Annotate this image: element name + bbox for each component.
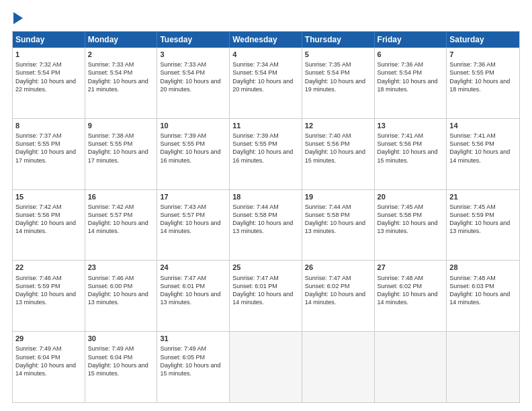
empty-cell [447,332,519,402]
day-info: Sunrise: 7:42 AMSunset: 5:57 PMDaylight:… [88,203,154,236]
day-number: 28 [449,263,517,272]
day-cell-6: 6Sunrise: 7:36 AMSunset: 5:54 PMDaylight… [375,48,447,118]
calendar-week-4: 22Sunrise: 7:46 AMSunset: 5:59 PMDayligh… [13,260,519,331]
day-info: Sunrise: 7:35 AMSunset: 5:54 PMDaylight:… [305,60,371,93]
day-info: Sunrise: 7:48 AMSunset: 6:02 PMDaylight:… [378,274,444,307]
day-cell-17: 17Sunrise: 7:43 AMSunset: 5:57 PMDayligh… [157,190,230,261]
day-number: 27 [378,263,444,272]
day-info: Sunrise: 7:49 AMSunset: 6:05 PMDaylight:… [160,345,226,377]
day-info: Sunrise: 7:46 AMSunset: 5:59 PMDaylight:… [15,274,82,307]
day-number: 11 [232,121,299,130]
day-info: Sunrise: 7:39 AMSunset: 5:55 PMDaylight:… [232,132,299,165]
header-day-saturday: Saturday [447,32,519,48]
day-cell-20: 20Sunrise: 7:45 AMSunset: 5:58 PMDayligh… [375,190,447,261]
day-number: 4 [232,50,299,59]
day-cell-7: 7Sunrise: 7:36 AMSunset: 5:55 PMDaylight… [447,48,519,118]
day-number: 31 [160,334,226,343]
day-cell-10: 10Sunrise: 7:39 AMSunset: 5:55 PMDayligh… [157,119,230,189]
day-info: Sunrise: 7:33 AMSunset: 5:54 PMDaylight:… [160,60,226,93]
day-cell-22: 22Sunrise: 7:46 AMSunset: 5:59 PMDayligh… [13,261,85,331]
calendar-week-2: 8Sunrise: 7:37 AMSunset: 5:55 PMDaylight… [13,118,519,189]
page-header [12,12,520,24]
empty-cell [230,332,302,402]
header-day-sunday: Sunday [13,32,85,48]
day-info: Sunrise: 7:44 AMSunset: 5:58 PMDaylight:… [232,203,299,236]
day-cell-27: 27Sunrise: 7:48 AMSunset: 6:02 PMDayligh… [375,261,447,331]
day-info: Sunrise: 7:33 AMSunset: 5:54 PMDaylight:… [88,60,154,93]
day-number: 21 [449,192,517,201]
day-info: Sunrise: 7:41 AMSunset: 5:56 PMDaylight:… [449,132,517,165]
day-cell-1: 1Sunrise: 7:32 AMSunset: 5:54 PMDaylight… [13,48,85,118]
day-number: 22 [15,263,82,272]
day-cell-25: 25Sunrise: 7:47 AMSunset: 6:01 PMDayligh… [230,261,302,331]
day-cell-11: 11Sunrise: 7:39 AMSunset: 5:55 PMDayligh… [230,119,302,189]
day-info: Sunrise: 7:47 AMSunset: 6:01 PMDaylight:… [232,274,299,307]
day-cell-4: 4Sunrise: 7:34 AMSunset: 5:54 PMDaylight… [230,48,302,118]
day-info: Sunrise: 7:47 AMSunset: 6:01 PMDaylight:… [160,274,226,307]
day-cell-18: 18Sunrise: 7:44 AMSunset: 5:58 PMDayligh… [230,190,302,261]
day-number: 29 [15,334,82,343]
day-cell-23: 23Sunrise: 7:46 AMSunset: 6:00 PMDayligh… [85,261,158,331]
day-info: Sunrise: 7:39 AMSunset: 5:55 PMDaylight:… [160,132,226,165]
day-number: 10 [160,121,226,130]
day-number: 3 [160,50,226,59]
day-number: 6 [378,50,444,59]
logo-arrow-icon [13,12,23,24]
day-cell-16: 16Sunrise: 7:42 AMSunset: 5:57 PMDayligh… [85,190,158,261]
day-cell-31: 31Sunrise: 7:49 AMSunset: 6:05 PMDayligh… [157,332,230,402]
day-number: 9 [88,121,154,130]
day-number: 8 [15,121,82,130]
header-day-thursday: Thursday [302,32,375,48]
day-number: 19 [305,192,371,201]
day-info: Sunrise: 7:49 AMSunset: 6:04 PMDaylight:… [15,345,82,377]
day-number: 12 [305,121,371,130]
day-number: 2 [88,50,154,59]
day-number: 26 [305,263,371,272]
day-info: Sunrise: 7:44 AMSunset: 5:58 PMDaylight:… [305,203,371,236]
calendar: SundayMondayTuesdayWednesdayThursdayFrid… [12,31,520,403]
day-info: Sunrise: 7:36 AMSunset: 5:54 PMDaylight:… [378,60,444,93]
day-cell-3: 3Sunrise: 7:33 AMSunset: 5:54 PMDaylight… [157,48,230,118]
day-number: 17 [160,192,226,201]
day-number: 30 [88,334,154,343]
day-cell-28: 28Sunrise: 7:48 AMSunset: 6:03 PMDayligh… [447,261,519,331]
day-cell-30: 30Sunrise: 7:49 AMSunset: 6:04 PMDayligh… [85,332,158,402]
day-info: Sunrise: 7:36 AMSunset: 5:55 PMDaylight:… [449,60,517,93]
day-number: 23 [88,263,154,272]
day-cell-15: 15Sunrise: 7:42 AMSunset: 5:56 PMDayligh… [13,190,85,261]
logo [12,12,23,24]
day-info: Sunrise: 7:41 AMSunset: 5:56 PMDaylight:… [378,132,444,165]
day-cell-2: 2Sunrise: 7:33 AMSunset: 5:54 PMDaylight… [85,48,158,118]
day-cell-8: 8Sunrise: 7:37 AMSunset: 5:55 PMDaylight… [13,119,85,189]
day-cell-26: 26Sunrise: 7:47 AMSunset: 6:02 PMDayligh… [302,261,375,331]
header-day-monday: Monday [85,32,158,48]
day-info: Sunrise: 7:38 AMSunset: 5:55 PMDaylight:… [88,132,154,165]
day-number: 14 [449,121,517,130]
day-cell-24: 24Sunrise: 7:47 AMSunset: 6:01 PMDayligh… [157,261,230,331]
day-info: Sunrise: 7:32 AMSunset: 5:54 PMDaylight:… [15,60,82,93]
day-cell-12: 12Sunrise: 7:40 AMSunset: 5:56 PMDayligh… [302,119,375,189]
day-info: Sunrise: 7:43 AMSunset: 5:57 PMDaylight:… [160,203,226,236]
header-day-friday: Friday [375,32,447,48]
day-cell-9: 9Sunrise: 7:38 AMSunset: 5:55 PMDaylight… [85,119,158,189]
calendar-week-1: 1Sunrise: 7:32 AMSunset: 5:54 PMDaylight… [13,48,519,118]
day-cell-19: 19Sunrise: 7:44 AMSunset: 5:58 PMDayligh… [302,190,375,261]
day-number: 18 [232,192,299,201]
day-info: Sunrise: 7:45 AMSunset: 5:59 PMDaylight:… [449,203,517,236]
day-cell-29: 29Sunrise: 7:49 AMSunset: 6:04 PMDayligh… [13,332,85,402]
day-number: 20 [378,192,444,201]
day-number: 25 [232,263,299,272]
calendar-header: SundayMondayTuesdayWednesdayThursdayFrid… [13,32,519,48]
day-number: 13 [378,121,444,130]
header-day-tuesday: Tuesday [157,32,230,48]
day-info: Sunrise: 7:34 AMSunset: 5:54 PMDaylight:… [232,60,299,93]
day-cell-5: 5Sunrise: 7:35 AMSunset: 5:54 PMDaylight… [302,48,375,118]
day-info: Sunrise: 7:45 AMSunset: 5:58 PMDaylight:… [378,203,444,236]
day-number: 1 [15,50,82,59]
calendar-week-5: 29Sunrise: 7:49 AMSunset: 6:04 PMDayligh… [13,331,519,402]
day-info: Sunrise: 7:42 AMSunset: 5:56 PMDaylight:… [15,203,82,236]
day-number: 24 [160,263,226,272]
day-cell-13: 13Sunrise: 7:41 AMSunset: 5:56 PMDayligh… [375,119,447,189]
calendar-page: SundayMondayTuesdayWednesdayThursdayFrid… [0,0,532,411]
calendar-body: 1Sunrise: 7:32 AMSunset: 5:54 PMDaylight… [13,48,519,402]
